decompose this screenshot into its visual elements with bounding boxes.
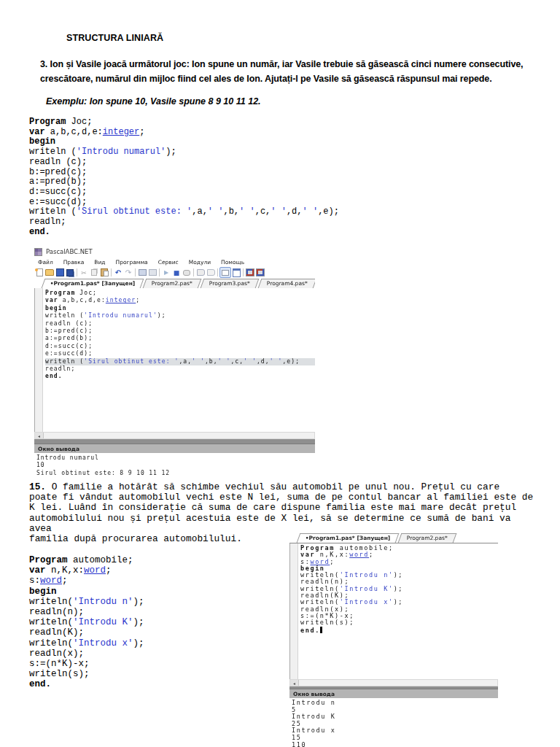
editor-tab-label: Program2.pas* — [152, 279, 192, 288]
scroll-left-icon[interactable] — [290, 680, 299, 686]
toolbar-separator — [193, 268, 194, 276]
editor-tab-label: •Program1.pas* [Запущен] — [306, 534, 390, 543]
scroll-left-icon[interactable] — [35, 433, 44, 438]
copy-icon[interactable] — [89, 268, 99, 277]
editor-tab[interactable]: Program2.pas* — [143, 279, 202, 288]
code-line: d:=succ(c); — [45, 343, 315, 350]
cut-icon[interactable] — [79, 268, 89, 277]
pascalabc-window-2: •Program1.pas* [Запущен]Program2.pas* Pr… — [289, 533, 498, 747]
code-line: writeln(s); — [29, 669, 144, 679]
code-line: e:=succ(d); — [45, 350, 315, 357]
save-all-icon[interactable] — [65, 268, 75, 277]
editor-tab-label: Program3.pas* — [209, 279, 250, 288]
undo-icon[interactable] — [113, 268, 123, 277]
paste-icon[interactable] — [99, 268, 109, 277]
toolbar-separator — [159, 268, 160, 276]
toolbar-separator — [77, 268, 77, 276]
code-line: readln(K); — [29, 627, 144, 638]
menu-item[interactable]: Программа — [112, 259, 155, 266]
save-icon[interactable] — [55, 268, 65, 277]
code-line: Program automobile; — [29, 555, 144, 565]
build-icon[interactable] — [147, 268, 158, 277]
problem3-text: 3. Ion și Vasile joacă următorul joc: Io… — [40, 58, 532, 86]
editor-tab[interactable]: Program4.pas* — [258, 279, 315, 288]
convert-left-icon[interactable] — [245, 268, 255, 277]
editor-tab[interactable]: •Program1.pas* [Запущен] — [42, 279, 144, 288]
code-editor[interactable]: Program automobile;var n,K,x:word;s:word… — [289, 543, 498, 679]
editor-gutter — [290, 543, 298, 679]
output-window: Introdu numarul 10 Sirul obtinut este: 8… — [34, 453, 315, 477]
code-line: end. — [300, 627, 498, 634]
editor-tab[interactable]: Program3.pas* — [201, 279, 260, 288]
menu-item[interactable]: Правка — [60, 259, 91, 266]
convert-right-icon[interactable] — [255, 268, 265, 277]
code-line: begin — [29, 587, 144, 597]
stop-icon[interactable] — [171, 268, 182, 277]
code-line: readln(x); — [29, 649, 144, 659]
code-line: readln (c); — [45, 320, 315, 328]
code-line: a:=pred(b); — [45, 335, 315, 342]
code-line: var n,K,x:word; — [29, 565, 144, 576]
horizontal-scrollbar[interactable] — [289, 679, 498, 686]
code-line: b:=pred(c); — [45, 328, 315, 335]
code-listing-joc: Program Joc;var a,b,c,d,e:integer;beginw… — [29, 117, 339, 237]
toolbar-separator — [111, 268, 112, 276]
code-line: writeln('Introdu K'); — [29, 617, 144, 627]
compile-icon[interactable] — [137, 268, 147, 277]
output-window: Introdu n 5 Introdu K 25 Introdu x 15 11… — [289, 698, 498, 747]
new-file-icon[interactable] — [34, 268, 44, 277]
code-line: writeln ('Introdu numarul'); — [45, 312, 315, 320]
step-over-icon[interactable] — [195, 268, 206, 277]
code-line: var a,b,c,d,e:integer; — [45, 297, 315, 304]
toolbar — [34, 266, 315, 279]
code-line: readln; — [29, 217, 339, 228]
editor-tab[interactable]: •Program1.pas* [Запущен] — [297, 533, 400, 543]
editor-gutter — [35, 288, 43, 432]
horizontal-scrollbar[interactable] — [34, 432, 315, 439]
step-into-icon[interactable] — [206, 268, 216, 277]
pascalabc-window-1: PascalABC.NET ФайлПравкаВидПрограммаСерв… — [34, 246, 315, 479]
code-line: writeln(s); — [300, 619, 498, 626]
code-listing-automobile: Program automobile;var n,K,x:word;s:word… — [29, 555, 144, 690]
menu-item[interactable]: Файл — [34, 259, 60, 266]
tab-bar: •Program1.pas* [Запущен]Program2.pas*Pro… — [34, 279, 315, 289]
tab-bar: •Program1.pas* [Запущен]Program2.pas* — [289, 533, 498, 543]
code-line: end. — [45, 373, 315, 380]
problem15-number: 15. — [29, 481, 46, 492]
window-titlebar[interactable]: PascalABC.NET — [34, 246, 315, 258]
text-cursor — [320, 627, 322, 633]
code-line: begin — [45, 305, 315, 312]
output-window-title: Окно вывода — [38, 446, 79, 452]
redo-icon[interactable] — [123, 268, 133, 277]
menu-item[interactable]: Помощь — [217, 259, 251, 266]
code-line: s:word; — [29, 576, 144, 586]
toolbar-separator — [217, 268, 218, 276]
output-window-title: Окно вывода — [293, 691, 335, 697]
console-toggle-icon[interactable] — [219, 267, 231, 278]
code-line: end. — [29, 228, 339, 238]
editor-tab-label: Program4.pas* — [267, 279, 308, 288]
editor-tab[interactable]: Program2.pas* — [398, 533, 457, 543]
run-icon[interactable] — [161, 268, 171, 277]
menu-bar: ФайлПравкаВидПрограммаСервисМодулиПомощь — [34, 258, 315, 266]
code-line: a:=pred(b); — [29, 177, 339, 187]
code-line: begin — [29, 137, 339, 147]
find-in-code-icon[interactable] — [182, 268, 192, 277]
editor-tab-label: •Program1.pas* [Запущен] — [50, 279, 135, 288]
code-line: readln (c); — [29, 158, 339, 168]
output-window-header: Окно вывода — [34, 444, 315, 453]
editor-code: Program automobile;var n,K,x:word;s:word… — [300, 545, 498, 634]
code-editor[interactable]: Program Joc;var a,b,c,d,e:integer;beginw… — [34, 288, 315, 432]
open-folder-icon[interactable] — [44, 268, 55, 277]
code-line: writeln('Introdu n'); — [29, 597, 144, 607]
menu-item[interactable]: Вид — [90, 259, 112, 266]
code-line: Program Joc; — [29, 117, 339, 128]
code-line: writeln ('Sirul obtinut este: ',a,' ',b,… — [29, 207, 339, 217]
code-line: writeln('Introdu x'); — [29, 638, 144, 649]
menu-item[interactable]: Модули — [185, 259, 217, 266]
menu-item[interactable]: Сервис — [155, 259, 185, 266]
form-view-icon[interactable] — [231, 268, 241, 277]
output-window-header: Окно вывода — [289, 689, 498, 698]
editor-tab-label: Program2.pas* — [407, 534, 448, 543]
code-line: Program Joc; — [45, 290, 315, 297]
